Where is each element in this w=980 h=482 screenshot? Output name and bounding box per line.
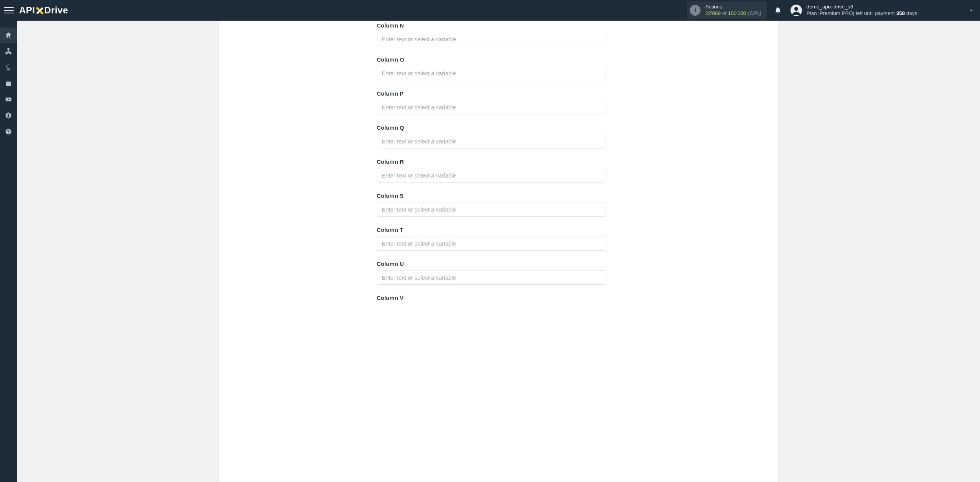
user-name: demo_apix-drive_s3 bbox=[807, 4, 917, 10]
actions-limit: 100'000 bbox=[728, 10, 746, 16]
page-scroll[interactable]: Column N Column O Column P Column Q Colu… bbox=[17, 21, 980, 482]
logo-text-left: API bbox=[19, 5, 35, 16]
field-input-column-s[interactable] bbox=[377, 202, 606, 217]
briefcase-icon bbox=[5, 80, 12, 87]
user-menu[interactable]: demo_apix-drive_s3 Plan |Premium PRO| le… bbox=[791, 4, 975, 17]
field-column-o: Column O bbox=[377, 56, 606, 80]
field-column-v: Column V bbox=[377, 295, 606, 301]
field-column-p: Column P bbox=[377, 90, 606, 114]
sidebar-item-youtube[interactable] bbox=[0, 92, 17, 107]
field-input-column-q[interactable] bbox=[377, 134, 606, 148]
field-label: Column N bbox=[377, 22, 606, 29]
logo-text-right: Drive bbox=[44, 5, 69, 16]
form-card: Column N Column O Column P Column Q Colu… bbox=[219, 21, 778, 482]
help-icon bbox=[5, 128, 12, 135]
fields-container: Column N Column O Column P Column Q Colu… bbox=[377, 21, 606, 301]
field-column-r: Column R bbox=[377, 158, 606, 182]
info-icon: i bbox=[690, 5, 701, 16]
field-label: Column S bbox=[377, 192, 606, 199]
user-text: demo_apix-drive_s3 Plan |Premium PRO| le… bbox=[807, 4, 917, 17]
field-column-t: Column T bbox=[377, 226, 606, 251]
logo[interactable]: API Drive bbox=[19, 5, 68, 16]
field-label: Column R bbox=[377, 158, 606, 165]
sidebar-rail bbox=[0, 21, 17, 482]
field-input-column-r[interactable] bbox=[377, 168, 606, 182]
logo-x-icon bbox=[36, 7, 44, 15]
field-label: Column U bbox=[377, 261, 606, 267]
sitemap-icon bbox=[5, 47, 12, 55]
actions-pct: (22%) bbox=[748, 10, 761, 16]
field-input-column-n[interactable] bbox=[377, 32, 606, 46]
sidebar-item-billing[interactable] bbox=[0, 60, 17, 75]
field-label: Column P bbox=[377, 90, 606, 97]
field-label: Column O bbox=[377, 56, 606, 63]
field-input-column-u[interactable] bbox=[377, 270, 606, 285]
field-input-column-o[interactable] bbox=[377, 66, 606, 80]
svg-point-1 bbox=[794, 7, 798, 11]
actions-usage-chip[interactable]: i Actions: 22'089 of 100'000 (22%) bbox=[687, 2, 766, 19]
menu-toggle-button[interactable] bbox=[4, 5, 14, 15]
field-label: Column V bbox=[377, 295, 606, 301]
actions-label: Actions: bbox=[705, 4, 761, 10]
notifications-button[interactable] bbox=[774, 6, 782, 15]
sidebar-item-briefcase[interactable] bbox=[0, 76, 17, 91]
user-icon bbox=[791, 5, 802, 16]
bell-icon bbox=[774, 7, 782, 14]
field-column-q: Column Q bbox=[377, 124, 606, 148]
dollar-icon bbox=[5, 64, 12, 71]
svg-point-4 bbox=[8, 114, 10, 116]
field-column-u: Column U bbox=[377, 261, 606, 285]
sidebar-item-home[interactable] bbox=[0, 28, 17, 43]
actions-usage-text: Actions: 22'089 of 100'000 (22%) bbox=[705, 4, 761, 17]
top-bar: API Drive i Actions: 22'089 of 100'000 (… bbox=[0, 0, 980, 21]
field-label: Column Q bbox=[377, 124, 606, 131]
sidebar-item-help[interactable] bbox=[0, 124, 17, 139]
field-column-n: Column N bbox=[377, 21, 606, 46]
user-circle-icon bbox=[5, 112, 12, 119]
sidebar-item-account[interactable] bbox=[0, 108, 17, 123]
chevron-down-icon bbox=[968, 7, 975, 14]
actions-used: 22'089 bbox=[705, 10, 720, 16]
home-icon bbox=[5, 31, 12, 39]
avatar bbox=[791, 5, 802, 16]
field-column-s: Column S bbox=[377, 192, 606, 217]
youtube-icon bbox=[5, 96, 12, 103]
field-input-column-t[interactable] bbox=[377, 236, 606, 251]
field-input-column-p[interactable] bbox=[377, 100, 606, 114]
actions-of: of bbox=[722, 10, 726, 16]
field-label: Column T bbox=[377, 226, 606, 233]
user-plan: Plan |Premium PRO| left until payment 35… bbox=[807, 10, 917, 17]
sidebar-item-connections[interactable] bbox=[0, 44, 17, 59]
